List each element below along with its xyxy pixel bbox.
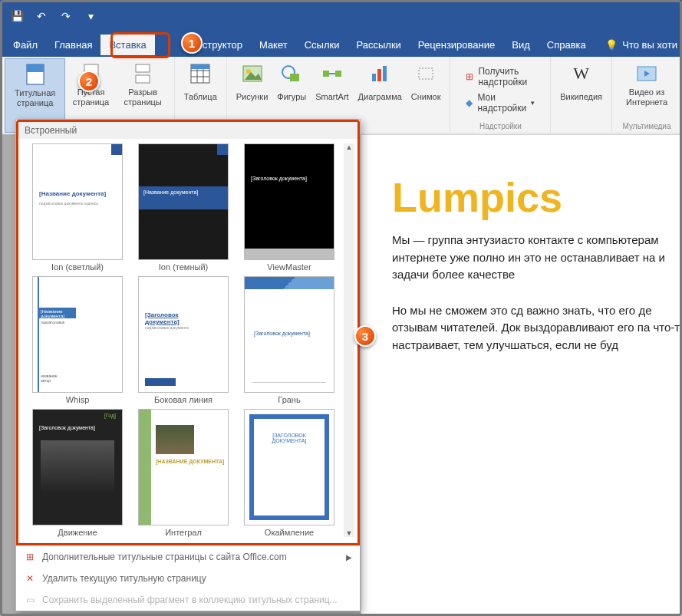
ribbon-tabs: Файл Главная Вставка Конструктор Макет С… (0, 32, 682, 57)
gallery-item-integral[interactable]: [НАЗВАНИЕ ДОКУМЕНТА]Интеграл (132, 409, 235, 537)
save-selection-icon: ▭ (24, 594, 36, 606)
tab-review[interactable]: Рецензирование (410, 35, 503, 55)
save-icon[interactable]: 💾 (6, 5, 28, 27)
shapes-icon (279, 61, 304, 86)
tab-layout[interactable]: Макет (251, 35, 296, 55)
gallery-item-ion-light[interactable]: [Название документа]подзаголовок докумен… (26, 143, 129, 272)
gallery-item-viewmaster[interactable]: [Заголовок документа]ViewMaster (238, 143, 341, 272)
bulb-icon: 💡 (605, 39, 618, 51)
svg-rect-14 (290, 74, 299, 81)
tell-me-search[interactable]: 💡Что вы хоти (605, 39, 677, 51)
svg-rect-3 (136, 64, 150, 72)
svg-rect-20 (419, 68, 433, 79)
my-addins-button[interactable]: ◆Мои надстройки▾ (463, 90, 538, 116)
doc-heading: Lumpics (392, 173, 682, 221)
screenshot-icon (413, 61, 438, 86)
page-break-icon (130, 61, 155, 86)
chart-button[interactable]: Диаграмма (354, 58, 407, 133)
gallery-section-header: Встроенный (18, 122, 357, 139)
tab-design[interactable]: Конструктор (155, 35, 251, 55)
group-label-addins: Надстройки (479, 120, 522, 133)
video-icon (634, 61, 659, 86)
svg-rect-15 (323, 71, 329, 77)
delete-icon: ✕ (24, 572, 36, 585)
tab-insert[interactable]: Вставка (100, 35, 154, 55)
redo-icon[interactable]: ↷ (55, 5, 77, 27)
doc-paragraph: Но мы не сможем это сд важно знать, что … (392, 302, 682, 354)
callout-1: 1 (181, 32, 203, 54)
undo-icon[interactable]: ↶ (31, 5, 52, 27)
svg-rect-18 (377, 69, 381, 81)
gallery-item-ion-dark[interactable]: [Название документа]Ion (темный) (132, 143, 235, 272)
quick-access-toolbar: 💾 ↶ ↷ ▾ (6, 5, 101, 27)
cover-page-gallery: Встроенный [Название документа]подзаголо… (15, 119, 361, 611)
svg-rect-1 (27, 64, 44, 72)
chart-icon (367, 61, 392, 86)
office-icon: ⊞ (24, 551, 36, 563)
callout-3: 3 (354, 325, 376, 347)
svg-rect-17 (372, 74, 376, 81)
title-bar: 💾 ↶ ↷ ▾ (0, 0, 682, 32)
gallery-item-facet[interactable]: [Заголовок документа]Грань (238, 276, 341, 404)
gallery-item-sideline[interactable]: [Заголовок документа]подзаголовок докуме… (132, 276, 235, 404)
gallery-scrollbar[interactable]: ▲▼ (344, 143, 354, 537)
remove-cover-page-button[interactable]: ✕Удалить текущую титульную страницу (16, 568, 360, 589)
smartart-icon (320, 61, 344, 86)
addins-icon: ◆ (466, 97, 473, 108)
wikipedia-icon: W (569, 61, 594, 86)
document-page: Lumpics Мы — группа энтузиасто контакте … (361, 134, 682, 616)
scroll-up-icon[interactable]: ▲ (346, 143, 353, 151)
store-icon: ⊞ (466, 71, 473, 82)
tab-file[interactable]: Файл (5, 35, 46, 55)
tab-references[interactable]: Ссылки (296, 35, 348, 55)
tab-mailings[interactable]: Рассылки (348, 35, 409, 55)
tab-help[interactable]: Справка (539, 35, 595, 55)
callout-2: 2 (78, 71, 100, 92)
scroll-down-icon[interactable]: ▼ (346, 529, 353, 537)
svg-point-12 (246, 69, 251, 74)
svg-rect-10 (191, 64, 209, 69)
doc-paragraph: Мы — группа энтузиасто контакте с компью… (392, 232, 682, 284)
pictures-icon (240, 61, 265, 86)
screenshot-button[interactable]: Снимок (407, 58, 446, 133)
qat-more-icon[interactable]: ▾ (80, 5, 101, 27)
gallery-item-banded[interactable]: [ЗАГОЛОВОК ДОКУМЕНТА]Окаймление (238, 409, 341, 537)
group-label-media: Мультимедиа (623, 120, 671, 133)
tab-home[interactable]: Главная (46, 35, 100, 55)
get-addins-button[interactable]: ⊞Получить надстройки (463, 64, 538, 90)
online-video-button[interactable]: Видео из Интернета (617, 58, 677, 120)
tab-view[interactable]: Вид (503, 35, 539, 55)
wikipedia-button[interactable]: WВикипедия (555, 58, 607, 133)
cover-page-icon (23, 62, 48, 87)
svg-rect-16 (335, 71, 341, 77)
gallery-item-whisp[interactable]: [Название документа]подзаголовокназвание… (26, 276, 129, 404)
table-icon (188, 61, 213, 86)
more-cover-pages-button[interactable]: ⊞Дополнительные титульные страницы с сай… (16, 546, 360, 568)
svg-rect-19 (383, 66, 387, 81)
svg-rect-4 (136, 75, 150, 83)
gallery-item-motion[interactable]: [Год][Заголовок документа]Движение (26, 409, 129, 537)
save-selection-button: ▭Сохранить выделенный фрагмент в коллекц… (16, 589, 360, 611)
